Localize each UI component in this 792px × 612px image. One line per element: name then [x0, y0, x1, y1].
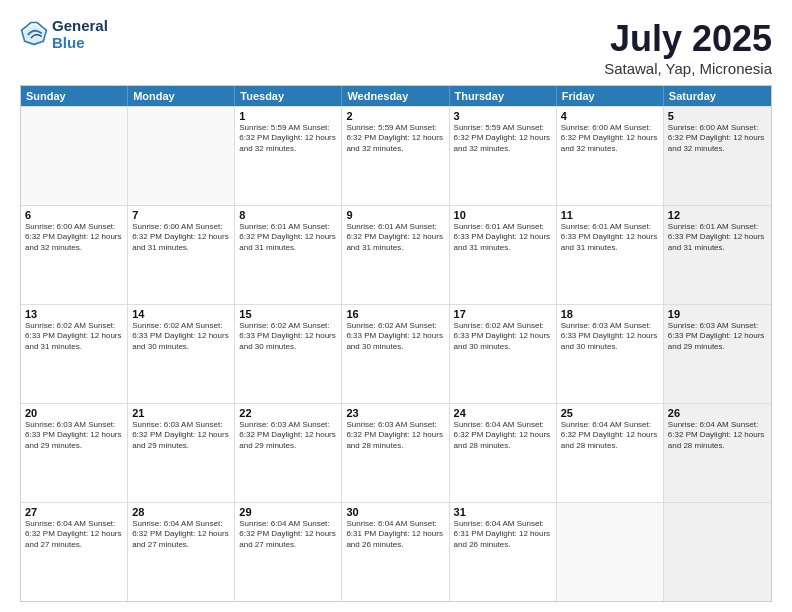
day-number: 27: [25, 506, 123, 518]
empty-cell: [557, 503, 664, 601]
empty-cell: [664, 503, 771, 601]
cal-row-0: 1Sunrise: 5:59 AM Sunset: 6:32 PM Daylig…: [21, 106, 771, 205]
day-cell-27: 27Sunrise: 6:04 AM Sunset: 6:32 PM Dayli…: [21, 503, 128, 601]
cal-row-4: 27Sunrise: 6:04 AM Sunset: 6:32 PM Dayli…: [21, 502, 771, 601]
header-day-thursday: Thursday: [450, 86, 557, 106]
header-day-saturday: Saturday: [664, 86, 771, 106]
empty-cell: [128, 107, 235, 205]
cell-info: Sunrise: 5:59 AM Sunset: 6:32 PM Dayligh…: [239, 123, 337, 154]
header-day-friday: Friday: [557, 86, 664, 106]
cell-info: Sunrise: 6:02 AM Sunset: 6:33 PM Dayligh…: [454, 321, 552, 352]
day-cell-2: 2Sunrise: 5:59 AM Sunset: 6:32 PM Daylig…: [342, 107, 449, 205]
day-number: 9: [346, 209, 444, 221]
day-cell-21: 21Sunrise: 6:03 AM Sunset: 6:32 PM Dayli…: [128, 404, 235, 502]
cell-info: Sunrise: 6:02 AM Sunset: 6:33 PM Dayligh…: [239, 321, 337, 352]
day-number: 8: [239, 209, 337, 221]
empty-cell: [21, 107, 128, 205]
day-number: 29: [239, 506, 337, 518]
day-number: 28: [132, 506, 230, 518]
day-cell-22: 22Sunrise: 6:03 AM Sunset: 6:32 PM Dayli…: [235, 404, 342, 502]
day-number: 26: [668, 407, 767, 419]
day-cell-9: 9Sunrise: 6:01 AM Sunset: 6:32 PM Daylig…: [342, 206, 449, 304]
cell-info: Sunrise: 6:03 AM Sunset: 6:32 PM Dayligh…: [132, 420, 230, 451]
calendar-header: SundayMondayTuesdayWednesdayThursdayFrid…: [21, 86, 771, 106]
cell-info: Sunrise: 6:03 AM Sunset: 6:33 PM Dayligh…: [668, 321, 767, 352]
cell-info: Sunrise: 6:03 AM Sunset: 6:32 PM Dayligh…: [346, 420, 444, 451]
day-number: 23: [346, 407, 444, 419]
cell-info: Sunrise: 6:02 AM Sunset: 6:33 PM Dayligh…: [346, 321, 444, 352]
day-cell-23: 23Sunrise: 6:03 AM Sunset: 6:32 PM Dayli…: [342, 404, 449, 502]
cell-info: Sunrise: 6:01 AM Sunset: 6:33 PM Dayligh…: [668, 222, 767, 253]
cell-info: Sunrise: 6:00 AM Sunset: 6:32 PM Dayligh…: [561, 123, 659, 154]
day-number: 15: [239, 308, 337, 320]
day-number: 22: [239, 407, 337, 419]
page: General Blue July 2025 Satawal, Yap, Mic…: [0, 0, 792, 612]
day-number: 24: [454, 407, 552, 419]
subtitle: Satawal, Yap, Micronesia: [604, 60, 772, 77]
day-number: 18: [561, 308, 659, 320]
day-cell-26: 26Sunrise: 6:04 AM Sunset: 6:32 PM Dayli…: [664, 404, 771, 502]
header-day-wednesday: Wednesday: [342, 86, 449, 106]
calendar-body: 1Sunrise: 5:59 AM Sunset: 6:32 PM Daylig…: [21, 106, 771, 601]
cell-info: Sunrise: 6:01 AM Sunset: 6:32 PM Dayligh…: [346, 222, 444, 253]
cell-info: Sunrise: 6:03 AM Sunset: 6:32 PM Dayligh…: [239, 420, 337, 451]
day-number: 1: [239, 110, 337, 122]
cell-info: Sunrise: 6:02 AM Sunset: 6:33 PM Dayligh…: [132, 321, 230, 352]
cell-info: Sunrise: 6:04 AM Sunset: 6:32 PM Dayligh…: [561, 420, 659, 451]
day-number: 20: [25, 407, 123, 419]
day-cell-5: 5Sunrise: 6:00 AM Sunset: 6:32 PM Daylig…: [664, 107, 771, 205]
cell-info: Sunrise: 6:03 AM Sunset: 6:33 PM Dayligh…: [25, 420, 123, 451]
day-cell-3: 3Sunrise: 5:59 AM Sunset: 6:32 PM Daylig…: [450, 107, 557, 205]
header-day-monday: Monday: [128, 86, 235, 106]
day-number: 10: [454, 209, 552, 221]
day-cell-17: 17Sunrise: 6:02 AM Sunset: 6:33 PM Dayli…: [450, 305, 557, 403]
day-cell-10: 10Sunrise: 6:01 AM Sunset: 6:33 PM Dayli…: [450, 206, 557, 304]
day-cell-18: 18Sunrise: 6:03 AM Sunset: 6:33 PM Dayli…: [557, 305, 664, 403]
cell-info: Sunrise: 6:04 AM Sunset: 6:32 PM Dayligh…: [25, 519, 123, 550]
cell-info: Sunrise: 6:04 AM Sunset: 6:31 PM Dayligh…: [454, 519, 552, 550]
cell-info: Sunrise: 6:04 AM Sunset: 6:32 PM Dayligh…: [239, 519, 337, 550]
logo-icon: [20, 21, 48, 49]
main-title: July 2025: [604, 18, 772, 60]
day-number: 25: [561, 407, 659, 419]
calendar: SundayMondayTuesdayWednesdayThursdayFrid…: [20, 85, 772, 602]
day-number: 21: [132, 407, 230, 419]
cell-info: Sunrise: 6:04 AM Sunset: 6:32 PM Dayligh…: [132, 519, 230, 550]
cell-info: Sunrise: 6:01 AM Sunset: 6:33 PM Dayligh…: [454, 222, 552, 253]
day-number: 4: [561, 110, 659, 122]
cell-info: Sunrise: 6:01 AM Sunset: 6:32 PM Dayligh…: [239, 222, 337, 253]
logo-text: General Blue: [52, 18, 108, 51]
day-number: 11: [561, 209, 659, 221]
cell-info: Sunrise: 6:03 AM Sunset: 6:33 PM Dayligh…: [561, 321, 659, 352]
cell-info: Sunrise: 5:59 AM Sunset: 6:32 PM Dayligh…: [454, 123, 552, 154]
day-cell-8: 8Sunrise: 6:01 AM Sunset: 6:32 PM Daylig…: [235, 206, 342, 304]
cell-info: Sunrise: 6:04 AM Sunset: 6:32 PM Dayligh…: [454, 420, 552, 451]
logo-line2: Blue: [52, 35, 108, 52]
cell-info: Sunrise: 6:00 AM Sunset: 6:32 PM Dayligh…: [25, 222, 123, 253]
day-cell-13: 13Sunrise: 6:02 AM Sunset: 6:33 PM Dayli…: [21, 305, 128, 403]
cell-info: Sunrise: 6:04 AM Sunset: 6:32 PM Dayligh…: [668, 420, 767, 451]
day-cell-24: 24Sunrise: 6:04 AM Sunset: 6:32 PM Dayli…: [450, 404, 557, 502]
day-cell-15: 15Sunrise: 6:02 AM Sunset: 6:33 PM Dayli…: [235, 305, 342, 403]
day-number: 3: [454, 110, 552, 122]
day-cell-14: 14Sunrise: 6:02 AM Sunset: 6:33 PM Dayli…: [128, 305, 235, 403]
day-number: 5: [668, 110, 767, 122]
day-cell-28: 28Sunrise: 6:04 AM Sunset: 6:32 PM Dayli…: [128, 503, 235, 601]
day-cell-6: 6Sunrise: 6:00 AM Sunset: 6:32 PM Daylig…: [21, 206, 128, 304]
title-block: July 2025 Satawal, Yap, Micronesia: [604, 18, 772, 77]
day-cell-30: 30Sunrise: 6:04 AM Sunset: 6:31 PM Dayli…: [342, 503, 449, 601]
day-cell-20: 20Sunrise: 6:03 AM Sunset: 6:33 PM Dayli…: [21, 404, 128, 502]
header-day-sunday: Sunday: [21, 86, 128, 106]
day-number: 2: [346, 110, 444, 122]
header: General Blue July 2025 Satawal, Yap, Mic…: [20, 18, 772, 77]
day-cell-16: 16Sunrise: 6:02 AM Sunset: 6:33 PM Dayli…: [342, 305, 449, 403]
cell-info: Sunrise: 6:04 AM Sunset: 6:31 PM Dayligh…: [346, 519, 444, 550]
header-day-tuesday: Tuesday: [235, 86, 342, 106]
cell-info: Sunrise: 6:02 AM Sunset: 6:33 PM Dayligh…: [25, 321, 123, 352]
day-cell-19: 19Sunrise: 6:03 AM Sunset: 6:33 PM Dayli…: [664, 305, 771, 403]
cell-info: Sunrise: 6:01 AM Sunset: 6:33 PM Dayligh…: [561, 222, 659, 253]
cal-row-3: 20Sunrise: 6:03 AM Sunset: 6:33 PM Dayli…: [21, 403, 771, 502]
day-number: 13: [25, 308, 123, 320]
cal-row-1: 6Sunrise: 6:00 AM Sunset: 6:32 PM Daylig…: [21, 205, 771, 304]
day-number: 12: [668, 209, 767, 221]
